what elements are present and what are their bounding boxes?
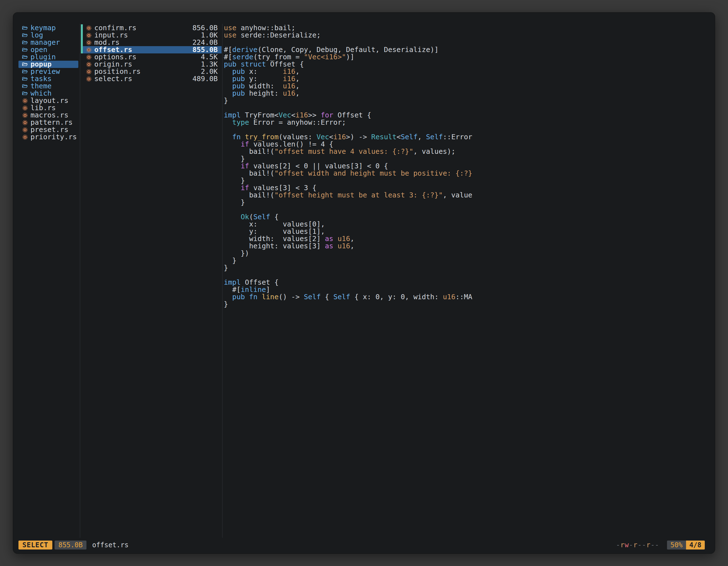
- file-row-options-rs[interactable]: options.rs4.5K: [81, 53, 222, 61]
- sidebar-item-plugin[interactable]: plugin: [18, 53, 78, 61]
- sidebar-item-theme[interactable]: theme: [18, 83, 78, 90]
- code-line: pub x: i16,: [224, 68, 710, 75]
- sidebar-item-preset-rs[interactable]: preset.rs: [18, 126, 78, 133]
- rust-file-icon: [86, 39, 92, 46]
- sidebar-item-label: which: [30, 90, 51, 97]
- selection-marker: [81, 75, 83, 83]
- current-pane: confirm.rs856.0Binput.rs1.0Kmod.rs224.0B…: [81, 24, 222, 83]
- sidebar-item-priority-rs[interactable]: priority.rs: [18, 133, 78, 141]
- sidebar-item-open[interactable]: open: [18, 46, 78, 53]
- status-filename: offset.rs: [92, 541, 128, 549]
- sidebar-item-keymap[interactable]: keymap: [18, 24, 78, 32]
- code-line: type Error = anyhow::Error;: [224, 119, 710, 126]
- sidebar-item-label: lib.rs: [30, 104, 56, 112]
- file-row-mod-rs[interactable]: mod.rs224.0B: [81, 39, 222, 46]
- code-line: height: values[3] as u16,: [224, 243, 710, 250]
- folder-open-icon: [22, 61, 28, 67]
- file-row-offset-rs[interactable]: offset.rs855.0B: [81, 46, 222, 53]
- file-size: 4.5K: [201, 53, 218, 61]
- file-size: 856.0B: [192, 24, 218, 32]
- code-line: if values.len() != 4 {: [224, 141, 710, 148]
- parent-pane: keymaplogmanageropenpluginpopuppreviewta…: [18, 24, 78, 141]
- file-row-position-rs[interactable]: position.rs2.0K: [81, 68, 222, 75]
- permissions-text: -rw-r--r--: [616, 541, 659, 549]
- code-line: bail!("offset must have 4 values: {:?}",…: [224, 148, 710, 155]
- selection-marker: [81, 46, 83, 53]
- code-line: [224, 104, 710, 112]
- folder-open-icon: [22, 25, 28, 31]
- sidebar-item-log[interactable]: log: [18, 32, 78, 39]
- rust-file-icon: [86, 76, 92, 82]
- sidebar-item-label: preview: [30, 68, 60, 75]
- selection-marker: [81, 68, 83, 75]
- file-name: confirm.rs: [94, 24, 137, 32]
- sidebar-item-label: log: [30, 32, 43, 39]
- code-line: pub y: i16,: [224, 75, 710, 83]
- status-bar: SELECT 855.0B offset.rs -rw-r--r-- 50% 4…: [18, 541, 705, 549]
- file-row-origin-rs[interactable]: origin.rs1.3K: [81, 61, 222, 68]
- code-line: width: values[2] as u16,: [224, 235, 710, 243]
- code-line: }: [224, 155, 710, 163]
- file-name: input.rs: [94, 32, 128, 39]
- screen: { "palette": { "bg_outer": "#3a3a3a", "b…: [0, 0, 728, 566]
- sidebar-item-pattern-rs[interactable]: pattern.rs: [18, 119, 78, 126]
- file-row-select-rs[interactable]: select.rs489.0B: [81, 75, 222, 83]
- sidebar-item-label: popup: [30, 61, 51, 68]
- sidebar-item-lib-rs[interactable]: lib.rs: [18, 104, 78, 112]
- sidebar-item-popup[interactable]: popup: [18, 61, 78, 68]
- file-name: offset.rs: [94, 46, 132, 53]
- rust-file-icon: [22, 98, 28, 104]
- pane-divider-right: [222, 24, 223, 538]
- code-line: pub struct Offset {: [224, 61, 710, 68]
- file-row-input-rs[interactable]: input.rs1.0K: [81, 32, 222, 39]
- selection-marker: [81, 24, 83, 32]
- code-line: }: [224, 177, 710, 184]
- rust-file-icon: [86, 61, 92, 67]
- folder-open-icon: [22, 83, 28, 89]
- sidebar-item-preview[interactable]: preview: [18, 68, 78, 75]
- folder-open-icon: [22, 39, 28, 46]
- code-line: impl TryFrom<Vec<i16>> for Offset {: [224, 112, 710, 119]
- file-name: select.rs: [94, 75, 132, 83]
- code-line: y: values[1],: [224, 228, 710, 235]
- selection-marker: [81, 53, 83, 61]
- sidebar-item-label: open: [30, 46, 47, 53]
- cursor-position-badge: 4/8: [686, 541, 705, 549]
- file-row-body: confirm.rs856.0B: [83, 24, 222, 32]
- file-row-confirm-rs[interactable]: confirm.rs856.0B: [81, 24, 222, 32]
- folder-open-icon: [22, 47, 28, 53]
- file-name: position.rs: [94, 68, 141, 75]
- sidebar-item-label: tasks: [30, 75, 51, 83]
- code-line: [224, 126, 710, 133]
- file-row-body: input.rs1.0K: [83, 32, 222, 39]
- file-size: 1.3K: [201, 61, 218, 68]
- rust-file-icon: [22, 127, 28, 133]
- sidebar-item-label: theme: [30, 83, 51, 90]
- code-line: }: [224, 264, 710, 272]
- sidebar-item-label: layout.rs: [30, 97, 68, 104]
- file-size: 1.0K: [201, 32, 218, 39]
- rust-file-icon: [86, 32, 92, 38]
- sidebar-item-manager[interactable]: manager: [18, 39, 78, 46]
- code-line: pub fn line() -> Self { Self { x: 0, y: …: [224, 293, 710, 300]
- code-line: Ok(Self {: [224, 213, 710, 221]
- file-size: 855.0B: [192, 46, 218, 53]
- sidebar-item-macros-rs[interactable]: macros.rs: [18, 112, 78, 119]
- folder-open-icon: [22, 69, 28, 75]
- file-row-body: position.rs2.0K: [83, 68, 222, 75]
- sidebar-item-tasks[interactable]: tasks: [18, 75, 78, 83]
- code-line: #[derive(Clone, Copy, Debug, Default, De…: [224, 46, 710, 53]
- sidebar-item-label: preset.rs: [30, 126, 68, 133]
- terminal-window: keymaplogmanageropenpluginpopuppreviewta…: [13, 12, 715, 554]
- selection-marker: [81, 39, 83, 46]
- file-size-badge: 855.0B: [55, 541, 87, 549]
- file-size: 224.0B: [192, 39, 218, 46]
- sidebar-item-layout-rs[interactable]: layout.rs: [18, 97, 78, 104]
- rust-file-icon: [86, 47, 92, 53]
- sidebar-item-label: macros.rs: [30, 112, 68, 119]
- folder-open-icon: [22, 76, 28, 82]
- sidebar-item-which[interactable]: which: [18, 90, 78, 97]
- code-line: }): [224, 250, 710, 257]
- file-size: 2.0K: [201, 68, 218, 75]
- preview-pane: use anyhow::bail;use serde::Deserialize;…: [224, 24, 710, 308]
